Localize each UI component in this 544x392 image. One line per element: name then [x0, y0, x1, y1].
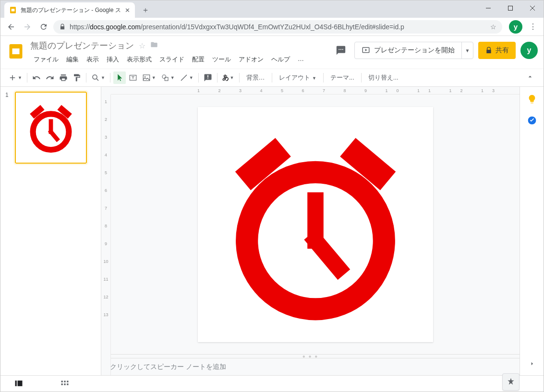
svg-rect-4 — [12, 48, 20, 54]
window-close-button[interactable] — [521, 0, 544, 16]
side-panel — [520, 87, 544, 375]
svg-rect-2 — [12, 9, 15, 11]
redo-button[interactable] — [44, 71, 56, 84]
filmstrip-panel[interactable]: 1 — [0, 87, 101, 375]
filmstrip-view-button[interactable] — [10, 376, 27, 392]
speaker-notes[interactable]: クリックしてスピーカー ノートを追加 — [101, 358, 520, 375]
menu-help[interactable]: ヘルプ — [268, 53, 293, 66]
collapse-toolbar-button[interactable] — [522, 73, 538, 83]
svg-rect-28 — [61, 383, 63, 385]
explore-button[interactable] — [502, 373, 520, 391]
svg-point-6 — [93, 75, 97, 79]
canvas-area: 1 2 3 4 5 6 7 8 9 10 11 12 13 1234567891… — [101, 87, 520, 375]
menu-view[interactable]: 表示 — [83, 53, 102, 66]
slide-thumbnail-1[interactable] — [15, 92, 87, 164]
insert-shape-button[interactable]: ▼ — [159, 71, 177, 84]
browser-tab-bar: 無題のプレゼンテーション - Google ス ✕ ＋ — [0, 0, 544, 18]
svg-rect-8 — [143, 75, 150, 81]
slide[interactable] — [198, 107, 433, 342]
star-icon[interactable]: ☆ — [139, 41, 145, 50]
open-comments-button[interactable] — [332, 42, 350, 59]
share-button[interactable]: 共有 — [478, 42, 516, 59]
window-maximize-button[interactable] — [499, 0, 521, 16]
menu-tools[interactable]: ツール — [209, 53, 234, 66]
share-button-label: 共有 — [496, 46, 509, 55]
chevron-down-icon: ▼ — [311, 76, 316, 81]
menu-more[interactable]: … — [294, 53, 307, 66]
account-avatar[interactable]: y — [520, 42, 538, 59]
zoom-button[interactable]: ▼ — [89, 71, 107, 84]
app-header: 無題のプレゼンテーション ☆ ファイル 編集 表示 挿入 表示形式 スライド 配… — [0, 36, 544, 66]
explore-lightbulb-icon[interactable] — [526, 94, 538, 105]
address-bar[interactable]: https://docs.google.com/presentation/d/1… — [53, 20, 502, 34]
browser-toolbar: https://docs.google.com/presentation/d/1… — [0, 18, 544, 36]
menu-addons[interactable]: アドオン — [235, 53, 267, 66]
slide-thumbnail-row: 1 — [5, 92, 96, 164]
input-method-button[interactable]: あ▼ — [220, 71, 236, 84]
svg-point-10 — [162, 75, 166, 79]
slide-canvas-viewport[interactable] — [101, 95, 520, 354]
svg-rect-26 — [64, 380, 65, 382]
slides-logo-icon[interactable] — [6, 42, 25, 61]
browser-tab-active[interactable]: 無題のプレゼンテーション - Google ス ✕ — [4, 2, 135, 18]
svg-rect-29 — [64, 383, 65, 385]
slide-thumbnail-number: 1 — [5, 92, 11, 164]
browser-tab-title: 無題のプレゼンテーション - Google ス — [21, 6, 121, 14]
ruler-vertical: 12345678910111213 — [101, 95, 111, 375]
folder-icon[interactable] — [150, 41, 158, 50]
present-button[interactable]: プレゼンテーションを開始 — [355, 46, 461, 55]
back-button[interactable] — [4, 20, 18, 34]
url-text: https://docs.google.com/presentation/d/1… — [70, 23, 404, 31]
present-button-group: プレゼンテーションを開始 ▼ — [354, 42, 473, 59]
paint-format-button[interactable] — [71, 71, 83, 84]
menu-format[interactable]: 表示形式 — [123, 53, 155, 66]
profile-avatar[interactable]: y — [509, 20, 522, 34]
lock-icon — [59, 24, 66, 30]
print-button[interactable] — [57, 71, 70, 84]
present-button-label: プレゼンテーションを開始 — [374, 46, 455, 55]
svg-rect-24 — [18, 380, 23, 386]
select-tool-button[interactable] — [113, 71, 126, 84]
insert-line-button[interactable]: ▼ — [178, 71, 195, 84]
slides-favicon-icon — [9, 6, 17, 14]
svg-rect-30 — [67, 383, 68, 385]
background-button[interactable]: 背景… — [242, 73, 269, 82]
toolbar: ▼ ▼ ▼ ▼ ▼ あ▼ 背景… レイアウト ▼ テーマ... 切り替え... — [0, 69, 544, 87]
menu-arrange[interactable]: 配置 — [189, 53, 208, 66]
bottom-bar — [0, 375, 544, 392]
new-slide-button[interactable]: ▼ — [6, 71, 24, 84]
forward-button[interactable] — [21, 20, 34, 34]
undo-button[interactable] — [30, 71, 43, 84]
menu-edit[interactable]: 編集 — [63, 53, 82, 66]
tab-close-button[interactable]: ✕ — [125, 7, 130, 14]
svg-rect-0 — [508, 6, 513, 11]
text-box-button[interactable] — [127, 71, 139, 84]
document-title[interactable]: 無題のプレゼンテーション — [30, 40, 134, 51]
speaker-notes-placeholder: クリックしてスピーカー ノートを追加 — [110, 363, 226, 371]
theme-button[interactable]: テーマ... — [326, 73, 358, 82]
reload-button[interactable] — [37, 20, 50, 34]
new-tab-button[interactable]: ＋ — [139, 3, 152, 17]
alarm-clock-icon[interactable] — [215, 124, 416, 325]
layout-button[interactable]: レイアウト ▼ — [275, 73, 320, 82]
present-dropdown-button[interactable]: ▼ — [461, 42, 473, 59]
menu-slide[interactable]: スライド — [156, 53, 188, 66]
hide-side-panel-button[interactable] — [528, 360, 536, 369]
insert-image-button[interactable]: ▼ — [140, 71, 158, 84]
insert-comment-button[interactable] — [202, 71, 214, 84]
menu-file[interactable]: ファイル — [30, 53, 62, 66]
svg-rect-21 — [304, 229, 350, 279]
svg-rect-27 — [67, 380, 68, 382]
browser-menu-button[interactable]: ⋮ — [526, 20, 540, 34]
notes-resize-handle[interactable]: ● ● ● — [101, 354, 520, 358]
grid-view-button[interactable] — [56, 377, 73, 392]
menu-bar: ファイル 編集 表示 挿入 表示形式 スライド 配置 ツール アドオン ヘルプ … — [30, 53, 327, 66]
keep-icon[interactable] — [526, 115, 538, 126]
window-minimize-button[interactable] — [477, 0, 499, 16]
svg-rect-25 — [61, 380, 63, 382]
svg-rect-16 — [48, 129, 60, 143]
transition-button[interactable]: 切り替え... — [364, 73, 402, 82]
bookmark-star-icon[interactable]: ☆ — [490, 23, 496, 31]
alarm-clock-icon — [24, 101, 77, 154]
menu-insert[interactable]: 挿入 — [103, 53, 122, 66]
